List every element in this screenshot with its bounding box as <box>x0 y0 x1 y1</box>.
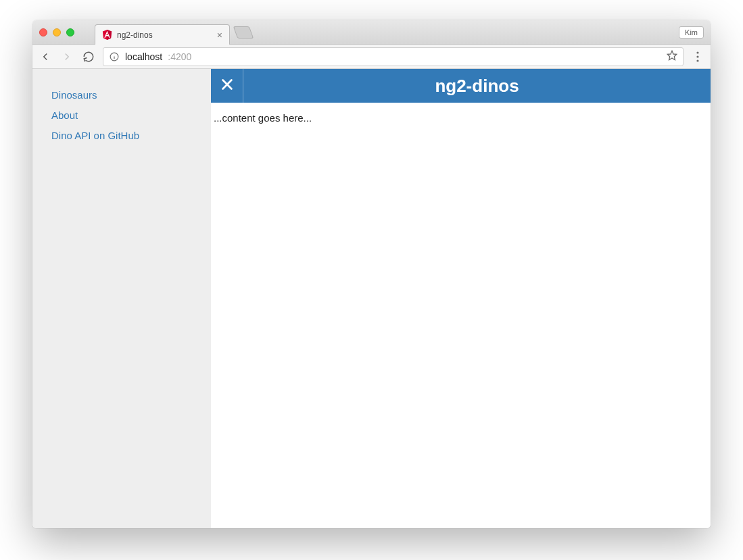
svg-point-6 <box>696 51 698 53</box>
window-minimize-button[interactable] <box>53 28 61 36</box>
angular-icon <box>102 30 112 40</box>
site-info-icon[interactable] <box>109 51 120 62</box>
nav-link-about[interactable]: About <box>51 109 78 121</box>
reload-button[interactable] <box>81 49 96 64</box>
window-close-button[interactable] <box>39 28 47 36</box>
sidebar-nav: Dinosaurs About Dino API on GitHub <box>32 69 211 528</box>
browser-menu-button[interactable] <box>690 49 705 64</box>
nav-link-dino-api-github[interactable]: Dino API on GitHub <box>51 130 139 141</box>
main-panel: ng2-dinos ...content goes here... <box>211 69 711 528</box>
sidebar-item: Dino API on GitHub <box>51 130 192 142</box>
url-port: :4200 <box>168 51 191 62</box>
back-button[interactable] <box>38 49 53 64</box>
window-controls <box>39 28 74 36</box>
menu-toggle-button[interactable] <box>211 69 243 103</box>
tabstrip: ng2-dinos × <box>95 20 251 44</box>
profile-badge[interactable]: Kim <box>679 26 704 39</box>
svg-point-8 <box>696 59 698 61</box>
svg-point-7 <box>696 55 698 57</box>
app-title: ng2-dinos <box>243 69 711 103</box>
browser-tab[interactable]: ng2-dinos × <box>95 24 230 45</box>
page-content: Dinosaurs About Dino API on GitHub ng2-d… <box>32 69 711 528</box>
svg-marker-1 <box>107 30 112 40</box>
window-maximize-button[interactable] <box>66 28 74 36</box>
nav-link-dinosaurs[interactable]: Dinosaurs <box>51 89 97 101</box>
tab-title: ng2-dinos <box>117 30 212 40</box>
forward-button[interactable] <box>59 49 74 64</box>
close-icon <box>220 77 235 95</box>
svg-marker-5 <box>667 51 676 59</box>
sidebar-item: About <box>51 109 192 122</box>
window-titlebar: ng2-dinos × Kim <box>32 20 711 45</box>
url-host: localhost <box>125 51 162 62</box>
address-bar[interactable]: localhost:4200 <box>103 47 684 66</box>
bookmark-star-icon[interactable] <box>667 50 677 63</box>
browser-toolbar: localhost:4200 <box>32 45 711 69</box>
app-header: ng2-dinos <box>211 69 711 103</box>
browser-window: ng2-dinos × Kim localhost:4200 <box>32 20 711 528</box>
tab-close-icon[interactable]: × <box>217 30 222 40</box>
content-placeholder: ...content goes here... <box>211 103 711 133</box>
new-tab-button[interactable] <box>233 26 254 39</box>
sidebar-item: Dinosaurs <box>51 89 192 101</box>
